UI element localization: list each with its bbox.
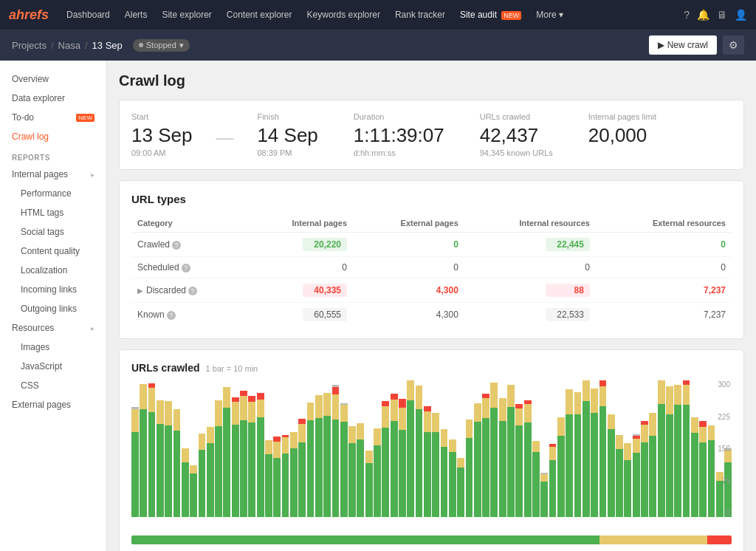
sidebar-item-content-quality[interactable]: Content quality [0, 242, 106, 261]
bar-group[interactable] [165, 380, 172, 517]
bar-group[interactable] [282, 380, 289, 517]
sidebar-item-incoming-links[interactable]: Incoming links [0, 280, 106, 299]
bar-group[interactable] [348, 380, 356, 517]
bar-group[interactable] [223, 380, 230, 517]
bar-group[interactable] [683, 380, 690, 517]
bar-group[interactable] [140, 380, 147, 517]
bar-group[interactable] [416, 380, 423, 517]
bar-group[interactable] [616, 380, 623, 517]
bar-group[interactable] [131, 380, 139, 517]
bar-group[interactable] [540, 380, 548, 517]
bar-group[interactable] [182, 380, 189, 517]
sidebar-item-localization[interactable]: Localization [0, 261, 106, 280]
bar-group[interactable] [240, 380, 247, 517]
bar-group[interactable] [248, 380, 255, 517]
bar-group[interactable] [391, 380, 398, 517]
new-crawl-button[interactable]: ▶ New crawl [649, 35, 717, 55]
bar-group[interactable] [591, 380, 598, 517]
bar-group[interactable] [499, 380, 506, 517]
notifications-icon[interactable]: 🔔 [697, 9, 709, 21]
bar-group[interactable] [566, 380, 573, 517]
bar-group[interactable] [633, 380, 640, 517]
sidebar-item-performance[interactable]: Performance [0, 184, 106, 203]
sidebar-item-social-tags[interactable]: Social tags [0, 222, 106, 242]
bar-group[interactable] [557, 380, 565, 517]
sidebar-item-overview[interactable]: Overview [0, 69, 106, 89]
bar-group[interactable] [382, 380, 389, 517]
bar-group[interactable] [490, 380, 498, 517]
bar-group[interactable] [399, 380, 406, 517]
bar-group[interactable] [666, 380, 673, 517]
nav-content-explorer[interactable]: Content explorer [221, 7, 298, 23]
bar-group[interactable] [691, 380, 698, 517]
settings-button[interactable]: ⚙ [723, 35, 744, 55]
bar-group[interactable] [457, 380, 464, 517]
bar-group[interactable] [315, 380, 323, 517]
bar-group[interactable] [549, 380, 557, 517]
user-icon[interactable]: 👤 [735, 9, 747, 21]
nav-site-explorer[interactable]: Site explorer [156, 7, 217, 23]
bar-group[interactable] [332, 380, 340, 517]
bar-group[interactable] [157, 380, 164, 517]
nav-rank-tracker[interactable]: Rank tracker [389, 7, 451, 23]
bar-group[interactable] [599, 380, 607, 517]
bar-group[interactable] [482, 380, 489, 517]
bar-group[interactable] [374, 380, 381, 517]
sidebar-item-external-pages[interactable]: External pages [0, 395, 106, 414]
bar-group[interactable] [608, 380, 615, 517]
nav-more[interactable]: More ▾ [530, 7, 569, 23]
bar-group[interactable] [532, 380, 540, 517]
bar-group[interactable] [173, 380, 181, 517]
bar-group[interactable] [641, 380, 648, 517]
bar-group[interactable] [207, 380, 214, 517]
bar-group[interactable] [658, 380, 665, 517]
bar-group[interactable] [583, 380, 590, 517]
bar-group[interactable] [466, 380, 473, 517]
sidebar-item-resources[interactable]: Resources ▸ [0, 318, 106, 338]
bar-group[interactable] [340, 380, 348, 517]
bar-group[interactable] [365, 380, 373, 517]
nav-dashboard[interactable]: Dashboard [61, 7, 116, 23]
bar-group[interactable] [474, 380, 481, 517]
sidebar-item-data-explorer[interactable]: Data explorer [0, 89, 106, 108]
help-icon[interactable]: ? [684, 9, 690, 21]
bar-group[interactable] [407, 380, 414, 517]
bar-group[interactable] [507, 380, 515, 517]
bar-group[interactable] [307, 380, 315, 517]
bar-group[interactable] [148, 380, 156, 517]
bar-group[interactable] [624, 380, 631, 517]
bar-group[interactable] [323, 380, 331, 517]
bar-group[interactable] [298, 380, 306, 517]
bar-group[interactable] [699, 380, 707, 517]
bar-group[interactable] [515, 380, 523, 517]
bar-group[interactable] [357, 380, 364, 517]
sidebar-item-to-do[interactable]: To-do NEW [0, 108, 106, 127]
bar-group[interactable] [649, 380, 656, 517]
screen-icon[interactable]: 🖥 [717, 9, 727, 21]
nav-site-audit[interactable]: Site audit NEW [454, 7, 527, 23]
bar-group[interactable] [215, 380, 222, 517]
sidebar-item-javascript[interactable]: JavaScript [0, 357, 106, 376]
nav-keywords-explorer[interactable]: Keywords explorer [301, 7, 386, 23]
bar-group[interactable] [257, 380, 264, 517]
bar-group[interactable] [424, 380, 431, 517]
bar-group[interactable] [432, 380, 439, 517]
sidebar-item-html-tags[interactable]: HTML tags [0, 203, 106, 222]
bar-group[interactable] [574, 380, 582, 517]
sidebar-item-internal-pages[interactable]: Internal pages ▸ [0, 165, 106, 184]
bar-group[interactable] [524, 380, 532, 517]
bar-group[interactable] [273, 380, 281, 517]
sidebar-item-crawl-log[interactable]: Crawl log [0, 127, 106, 146]
bar-group[interactable] [449, 380, 456, 517]
status-badge[interactable]: Stopped ▾ [133, 39, 190, 52]
bar-group[interactable] [290, 380, 298, 517]
breadcrumb-nasa[interactable]: Nasa [58, 40, 80, 51]
sidebar-item-images[interactable]: Images [0, 338, 106, 357]
bar-group[interactable] [199, 380, 206, 517]
bar-group[interactable] [441, 380, 448, 517]
sidebar-item-css[interactable]: CSS [0, 376, 106, 395]
bar-group[interactable] [674, 380, 681, 517]
bar-group[interactable] [265, 380, 272, 517]
nav-alerts[interactable]: Alerts [119, 7, 154, 23]
bar-group[interactable] [232, 380, 239, 517]
